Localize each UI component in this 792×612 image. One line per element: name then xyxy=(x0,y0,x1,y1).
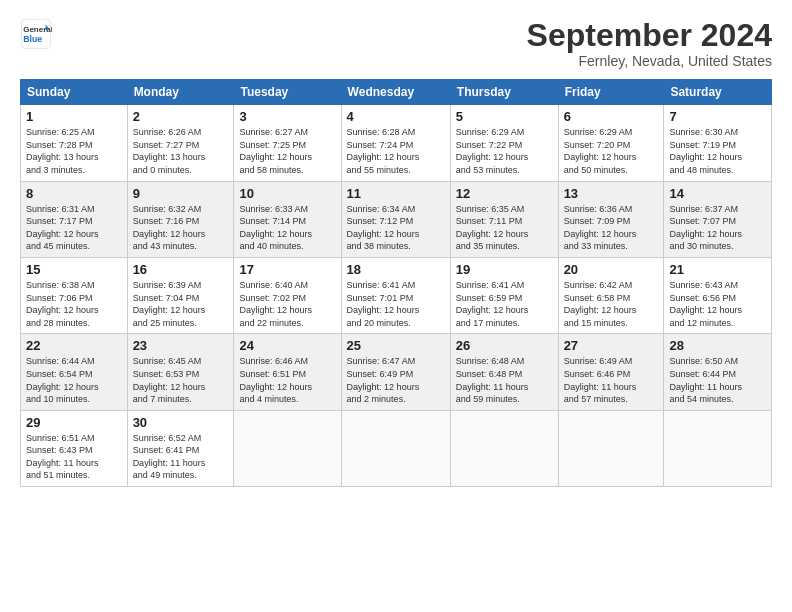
header: General Blue September 2024 Fernley, Nev… xyxy=(20,18,772,69)
day-cell xyxy=(664,410,772,486)
day-info: Sunrise: 6:52 AM Sunset: 6:41 PM Dayligh… xyxy=(133,432,229,482)
day-info: Sunrise: 6:34 AM Sunset: 7:12 PM Dayligh… xyxy=(347,203,445,253)
day-number: 15 xyxy=(26,262,122,277)
weekday-header-row: SundayMondayTuesdayWednesdayThursdayFrid… xyxy=(21,80,772,105)
day-info: Sunrise: 6:28 AM Sunset: 7:24 PM Dayligh… xyxy=(347,126,445,176)
day-info: Sunrise: 6:50 AM Sunset: 6:44 PM Dayligh… xyxy=(669,355,766,405)
day-info: Sunrise: 6:40 AM Sunset: 7:02 PM Dayligh… xyxy=(239,279,335,329)
logo-icon: General Blue xyxy=(20,18,52,50)
day-cell: 2Sunrise: 6:26 AM Sunset: 7:27 PM Daylig… xyxy=(127,105,234,181)
day-info: Sunrise: 6:30 AM Sunset: 7:19 PM Dayligh… xyxy=(669,126,766,176)
day-number: 7 xyxy=(669,109,766,124)
day-info: Sunrise: 6:48 AM Sunset: 6:48 PM Dayligh… xyxy=(456,355,553,405)
day-number: 18 xyxy=(347,262,445,277)
day-cell: 11Sunrise: 6:34 AM Sunset: 7:12 PM Dayli… xyxy=(341,181,450,257)
day-number: 28 xyxy=(669,338,766,353)
day-cell xyxy=(450,410,558,486)
logo: General Blue xyxy=(20,18,52,50)
day-number: 23 xyxy=(133,338,229,353)
day-cell: 22Sunrise: 6:44 AM Sunset: 6:54 PM Dayli… xyxy=(21,334,128,410)
day-number: 22 xyxy=(26,338,122,353)
day-info: Sunrise: 6:41 AM Sunset: 7:01 PM Dayligh… xyxy=(347,279,445,329)
day-cell: 9Sunrise: 6:32 AM Sunset: 7:16 PM Daylig… xyxy=(127,181,234,257)
weekday-header-friday: Friday xyxy=(558,80,664,105)
week-row-1: 1Sunrise: 6:25 AM Sunset: 7:28 PM Daylig… xyxy=(21,105,772,181)
day-info: Sunrise: 6:26 AM Sunset: 7:27 PM Dayligh… xyxy=(133,126,229,176)
week-row-5: 29Sunrise: 6:51 AM Sunset: 6:43 PM Dayli… xyxy=(21,410,772,486)
day-cell: 5Sunrise: 6:29 AM Sunset: 7:22 PM Daylig… xyxy=(450,105,558,181)
day-info: Sunrise: 6:43 AM Sunset: 6:56 PM Dayligh… xyxy=(669,279,766,329)
day-number: 21 xyxy=(669,262,766,277)
day-info: Sunrise: 6:31 AM Sunset: 7:17 PM Dayligh… xyxy=(26,203,122,253)
day-info: Sunrise: 6:47 AM Sunset: 6:49 PM Dayligh… xyxy=(347,355,445,405)
day-number: 2 xyxy=(133,109,229,124)
day-cell: 23Sunrise: 6:45 AM Sunset: 6:53 PM Dayli… xyxy=(127,334,234,410)
day-cell: 13Sunrise: 6:36 AM Sunset: 7:09 PM Dayli… xyxy=(558,181,664,257)
day-cell: 7Sunrise: 6:30 AM Sunset: 7:19 PM Daylig… xyxy=(664,105,772,181)
day-info: Sunrise: 6:38 AM Sunset: 7:06 PM Dayligh… xyxy=(26,279,122,329)
day-number: 17 xyxy=(239,262,335,277)
day-info: Sunrise: 6:42 AM Sunset: 6:58 PM Dayligh… xyxy=(564,279,659,329)
weekday-header-sunday: Sunday xyxy=(21,80,128,105)
day-number: 10 xyxy=(239,186,335,201)
day-cell: 3Sunrise: 6:27 AM Sunset: 7:25 PM Daylig… xyxy=(234,105,341,181)
page: General Blue September 2024 Fernley, Nev… xyxy=(0,0,792,612)
day-cell xyxy=(341,410,450,486)
day-cell xyxy=(234,410,341,486)
day-number: 5 xyxy=(456,109,553,124)
day-cell: 20Sunrise: 6:42 AM Sunset: 6:58 PM Dayli… xyxy=(558,257,664,333)
calendar-table: SundayMondayTuesdayWednesdayThursdayFrid… xyxy=(20,79,772,487)
location: Fernley, Nevada, United States xyxy=(527,53,772,69)
day-number: 30 xyxy=(133,415,229,430)
day-cell: 26Sunrise: 6:48 AM Sunset: 6:48 PM Dayli… xyxy=(450,334,558,410)
day-number: 19 xyxy=(456,262,553,277)
day-info: Sunrise: 6:29 AM Sunset: 7:20 PM Dayligh… xyxy=(564,126,659,176)
day-info: Sunrise: 6:45 AM Sunset: 6:53 PM Dayligh… xyxy=(133,355,229,405)
day-cell: 4Sunrise: 6:28 AM Sunset: 7:24 PM Daylig… xyxy=(341,105,450,181)
day-number: 6 xyxy=(564,109,659,124)
day-cell: 10Sunrise: 6:33 AM Sunset: 7:14 PM Dayli… xyxy=(234,181,341,257)
day-cell: 29Sunrise: 6:51 AM Sunset: 6:43 PM Dayli… xyxy=(21,410,128,486)
day-info: Sunrise: 6:46 AM Sunset: 6:51 PM Dayligh… xyxy=(239,355,335,405)
day-info: Sunrise: 6:49 AM Sunset: 6:46 PM Dayligh… xyxy=(564,355,659,405)
day-cell: 21Sunrise: 6:43 AM Sunset: 6:56 PM Dayli… xyxy=(664,257,772,333)
day-info: Sunrise: 6:36 AM Sunset: 7:09 PM Dayligh… xyxy=(564,203,659,253)
day-info: Sunrise: 6:33 AM Sunset: 7:14 PM Dayligh… xyxy=(239,203,335,253)
day-info: Sunrise: 6:32 AM Sunset: 7:16 PM Dayligh… xyxy=(133,203,229,253)
day-cell: 30Sunrise: 6:52 AM Sunset: 6:41 PM Dayli… xyxy=(127,410,234,486)
day-cell: 17Sunrise: 6:40 AM Sunset: 7:02 PM Dayli… xyxy=(234,257,341,333)
day-number: 26 xyxy=(456,338,553,353)
day-number: 3 xyxy=(239,109,335,124)
day-cell: 6Sunrise: 6:29 AM Sunset: 7:20 PM Daylig… xyxy=(558,105,664,181)
day-info: Sunrise: 6:39 AM Sunset: 7:04 PM Dayligh… xyxy=(133,279,229,329)
week-row-2: 8Sunrise: 6:31 AM Sunset: 7:17 PM Daylig… xyxy=(21,181,772,257)
day-cell xyxy=(558,410,664,486)
day-number: 27 xyxy=(564,338,659,353)
day-cell: 19Sunrise: 6:41 AM Sunset: 6:59 PM Dayli… xyxy=(450,257,558,333)
title-area: September 2024 Fernley, Nevada, United S… xyxy=(527,18,772,69)
day-cell: 27Sunrise: 6:49 AM Sunset: 6:46 PM Dayli… xyxy=(558,334,664,410)
day-info: Sunrise: 6:25 AM Sunset: 7:28 PM Dayligh… xyxy=(26,126,122,176)
weekday-header-thursday: Thursday xyxy=(450,80,558,105)
day-number: 20 xyxy=(564,262,659,277)
day-info: Sunrise: 6:35 AM Sunset: 7:11 PM Dayligh… xyxy=(456,203,553,253)
day-number: 25 xyxy=(347,338,445,353)
day-number: 14 xyxy=(669,186,766,201)
day-number: 16 xyxy=(133,262,229,277)
day-cell: 16Sunrise: 6:39 AM Sunset: 7:04 PM Dayli… xyxy=(127,257,234,333)
day-number: 8 xyxy=(26,186,122,201)
day-info: Sunrise: 6:41 AM Sunset: 6:59 PM Dayligh… xyxy=(456,279,553,329)
day-number: 9 xyxy=(133,186,229,201)
day-number: 24 xyxy=(239,338,335,353)
day-cell: 28Sunrise: 6:50 AM Sunset: 6:44 PM Dayli… xyxy=(664,334,772,410)
day-number: 4 xyxy=(347,109,445,124)
day-info: Sunrise: 6:51 AM Sunset: 6:43 PM Dayligh… xyxy=(26,432,122,482)
day-number: 13 xyxy=(564,186,659,201)
weekday-header-wednesday: Wednesday xyxy=(341,80,450,105)
day-number: 29 xyxy=(26,415,122,430)
weekday-header-saturday: Saturday xyxy=(664,80,772,105)
day-info: Sunrise: 6:44 AM Sunset: 6:54 PM Dayligh… xyxy=(26,355,122,405)
month-title: September 2024 xyxy=(527,18,772,53)
week-row-3: 15Sunrise: 6:38 AM Sunset: 7:06 PM Dayli… xyxy=(21,257,772,333)
day-info: Sunrise: 6:37 AM Sunset: 7:07 PM Dayligh… xyxy=(669,203,766,253)
